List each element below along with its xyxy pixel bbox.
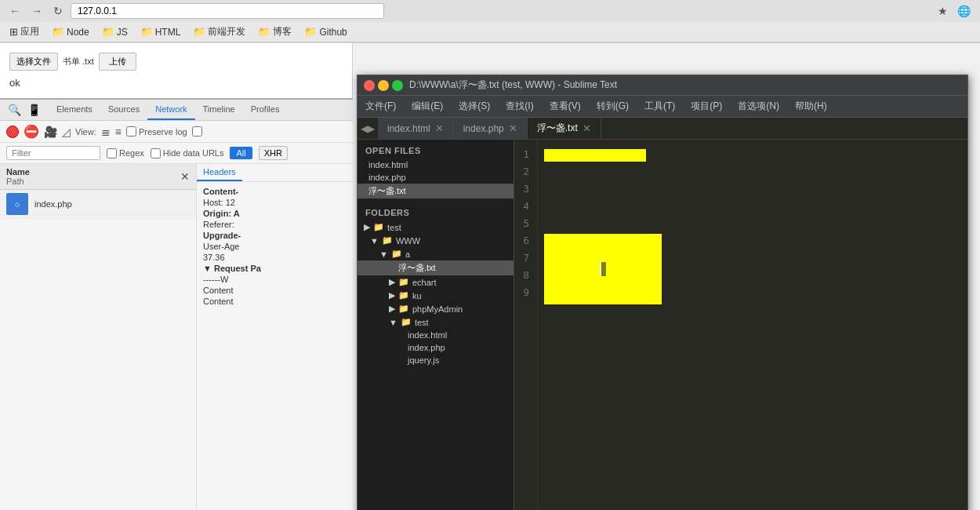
record-button[interactable] [6,126,19,138]
folder-icon-4: 📁 [193,26,205,38]
folder-icon-www: 📁 [382,235,393,246]
view-list-button[interactable]: ≣ [101,126,111,138]
clear-button[interactable]: ⛔ [24,124,39,139]
yellow-rect [544,234,662,304]
menu-file[interactable]: 文件(F) [358,97,404,115]
upload-submit-button[interactable]: 上传 [99,53,136,71]
bookmark-blog-label: 博客 [273,25,292,38]
choose-file-button[interactable]: 选择文件 [9,53,58,71]
sidebar-folder-echart[interactable]: ▶ 📁 echart [358,275,514,289]
sidebar-folder-test2[interactable]: ▼ 📁 test [358,315,514,329]
sidebar-file-jquery[interactable]: jquery.js [358,354,514,366]
request-panel-content: Content- Host: 12 Origin: A Referer: Upg… [197,182,353,510]
table-row[interactable]: ◇ index.php [0,190,196,219]
line-1: 1 [522,146,529,163]
sidebar-file-floating[interactable]: 浮〜盏.txt [358,184,514,199]
line-4: 4 [522,198,529,215]
tab-index-php-close[interactable]: ✕ [509,122,517,134]
reload-button[interactable]: ↻ [50,3,66,19]
devtools-icons: 🔍 📱 [6,102,42,118]
tab-elements[interactable]: Elements [49,100,100,120]
tab-index-php-label: index.php [463,123,504,134]
hide-data-checkbox[interactable] [151,148,161,158]
req-field-3: Referer: [203,220,347,229]
tab-floating[interactable]: 浮〜盏.txt ✕ [528,118,601,139]
bookmark-js[interactable]: 📁 JS [99,25,131,38]
close-panel-button[interactable]: ✕ [180,167,190,186]
bookmark-node[interactable]: 📁 Node [49,25,93,38]
mobile-icon[interactable]: 📱 [26,102,42,118]
inspect-icon[interactable]: 🔍 [6,102,23,118]
headers-tab[interactable]: Headers [197,164,242,181]
menu-find[interactable]: 查找(I) [498,97,541,115]
code-line-5 [544,339,961,356]
filter-button[interactable]: ◿ [62,126,71,138]
all-filter-button[interactable]: All [230,147,252,159]
preserve-log-checkbox[interactable] [126,126,136,137]
folder-arrow-a: ▼ [379,250,388,259]
bookmark-github[interactable]: 📁 Github [301,25,350,38]
code-content[interactable] [538,140,967,510]
tab-index-html[interactable]: index.html ✕ [378,118,454,139]
tab-index-html-close[interactable]: ✕ [435,122,444,134]
menu-edit[interactable]: 编辑(E) [404,97,451,115]
tab-profiles[interactable]: Profiles [243,100,288,120]
sidebar-file-floating-2[interactable]: 浮〜盏.txt [358,260,514,275]
sidebar-file-index-html[interactable]: index.html [358,158,514,171]
bookmark-apps-label: 应用 [20,25,39,38]
code-line-7 [544,373,961,391]
network-panel-area: Name Path ✕ ◇ index.php Headers [0,164,353,510]
tab-timeline[interactable]: Timeline [195,100,243,120]
req-field-7: ▼ Request Pa [203,264,347,273]
menu-tools[interactable]: 工具(T) [637,97,683,115]
browser-page: 选择文件 书单 .txt 上传 ok [0,43,353,98]
request-panel-tabs: Headers [197,164,353,182]
menu-view[interactable]: 查看(V) [542,97,589,115]
folder-icon-test2: 📁 [401,317,412,327]
sidebar-folder-ku[interactable]: ▶ 📁 ku [358,289,514,302]
maximize-window-button[interactable] [392,80,403,91]
forward-button[interactable]: → [28,3,45,19]
tab-index-php[interactable]: index.php ✕ [454,118,528,139]
address-bar[interactable] [71,3,384,19]
bookmark-blog[interactable]: 📁 博客 [255,24,295,39]
camera-button[interactable]: 🎥 [44,126,57,138]
tab-sources[interactable]: Sources [100,100,147,120]
bookmark-html[interactable]: 📁 HTML [137,25,184,38]
close-window-button[interactable] [364,80,375,91]
menu-preferences[interactable]: 首选项(N) [730,97,787,115]
menu-selection[interactable]: 选择(S) [451,97,498,115]
back-button[interactable]: ← [6,3,24,19]
folder-icon-5: 📁 [258,26,270,38]
bookmark-frontend[interactable]: 📁 前端开发 [190,24,249,39]
minimize-window-button[interactable] [378,80,389,91]
sidebar-folder-a[interactable]: ▼ 📁 a [358,247,514,260]
tab-network[interactable]: Network [147,100,194,120]
disable-cache-checkbox[interactable] [192,126,202,137]
sidebar-folder-phpmyadmin[interactable]: ▶ 📁 phpMyAdmin [358,302,514,315]
sidebar-folder-www[interactable]: ▼ 📁 WWW [358,234,514,247]
filter-input[interactable] [6,146,100,160]
folder-label-test2: test [415,318,429,327]
xhr-filter-button[interactable]: XHR [259,146,288,160]
sidebar-file-index-php[interactable]: index.php [358,171,514,184]
translate-icon[interactable]: 🌐 [954,3,974,19]
folder-icon-test: 📁 [373,222,384,232]
bookmark-apps[interactable]: ⊞ 应用 [6,24,42,39]
sidebar-file-index-html-2[interactable]: index.html [358,329,514,341]
menu-project[interactable]: 项目(P) [683,97,730,115]
sidebar-file-index-php-2[interactable]: index.php [358,341,514,354]
code-line-9 [544,408,961,425]
sidebar-folder-test[interactable]: ▶ 📁 test [358,220,514,234]
window-controls [364,80,403,91]
menu-goto[interactable]: 转到(G) [589,97,637,115]
sublime-code-area[interactable]: 1 2 3 4 5 6 7 8 9 [514,140,967,510]
regex-checkbox[interactable] [107,148,117,158]
left-panel: 选择文件 书单 .txt 上传 ok 🔍 📱 Elements Sources … [0,43,353,510]
menu-help[interactable]: 帮助(H) [787,97,835,115]
preserve-log-label: Preserve log [139,127,187,137]
tab-floating-close[interactable]: ✕ [583,122,591,134]
view-grid-button[interactable]: ≡ [115,126,122,138]
tab-index-html-label: index.html [387,123,430,134]
star-icon[interactable]: ★ [935,3,951,19]
